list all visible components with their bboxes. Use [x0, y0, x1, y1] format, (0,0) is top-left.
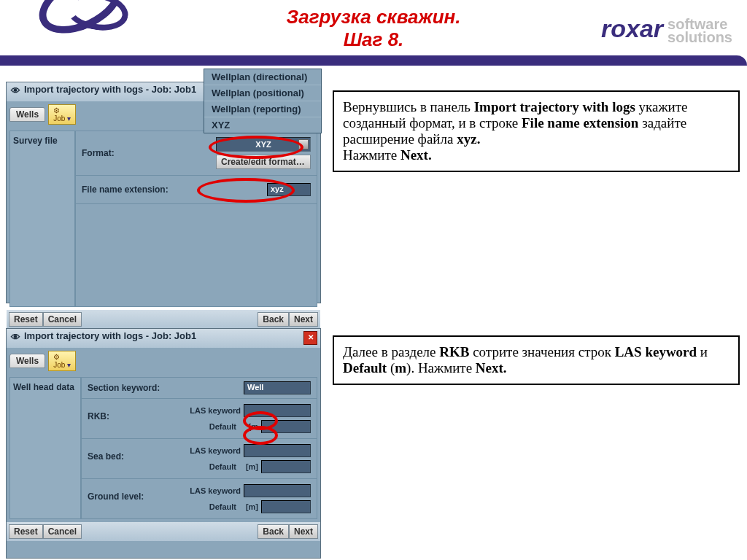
job-button[interactable]: ⚙Job	[48, 351, 76, 371]
cancel-button[interactable]: Cancel	[43, 524, 82, 539]
popup-item[interactable]: Wellplan (reporting)	[204, 101, 321, 117]
next-button[interactable]: Next	[289, 312, 318, 327]
seabed-label: Sea bed:	[88, 443, 124, 462]
create-edit-format-button[interactable]: Create/edit format…	[216, 155, 311, 169]
annotation-2: Далее в разделе RKB сотрите значения стр…	[333, 335, 740, 385]
tab-wells[interactable]: Wells	[9, 107, 45, 122]
next-button[interactable]: Next	[289, 524, 318, 539]
ground-label: Ground level:	[88, 483, 144, 502]
popup-item[interactable]: XYZ	[204, 117, 321, 133]
decorative-swirl	[36, 0, 182, 66]
format-select[interactable]: XYZ	[216, 137, 311, 152]
reset-button[interactable]: Reset	[9, 524, 43, 539]
app-icon: 👁	[11, 332, 21, 342]
ext-input[interactable]: xyz	[267, 183, 311, 196]
rkb-def-input[interactable]	[261, 420, 311, 433]
section-kw-input[interactable]: Well	[244, 381, 311, 394]
back-button[interactable]: Back	[258, 312, 289, 327]
close-icon[interactable]: ✕	[303, 331, 317, 345]
reset-button[interactable]: Reset	[9, 312, 43, 327]
seabed-def-input[interactable]	[261, 460, 311, 473]
tab-wells[interactable]: Wells	[9, 354, 45, 368]
section-kw-label: Section keyword:	[88, 383, 175, 393]
chevron-down-icon	[298, 139, 309, 149]
back-button[interactable]: Back	[258, 524, 289, 539]
roxar-logo: roxarsoftwaresolutions	[601, 15, 732, 44]
ground-def-input[interactable]	[261, 500, 311, 513]
gear-icon: ⚙	[53, 106, 60, 114]
window-footer: Reset Cancel Back Next	[7, 310, 320, 329]
rkb-label: RKB:	[88, 402, 109, 421]
titlebar: 👁Import trajectory with logs - Job: Job1…	[7, 329, 320, 348]
cancel-button[interactable]: Cancel	[43, 312, 82, 327]
popup-item[interactable]: Wellplan (directional)	[204, 69, 321, 85]
side-label: Well head data	[9, 377, 81, 519]
format-popup: Wellplan (directional) Wellplan (positio…	[204, 69, 322, 133]
ext-label: File name extension:	[82, 184, 198, 195]
seabed-las-input[interactable]	[244, 444, 311, 457]
window-footer: Reset Cancel Back Next	[7, 522, 320, 541]
app-icon: 👁	[11, 85, 21, 96]
popup-item[interactable]: Wellplan (positional)	[204, 85, 321, 101]
rkb-las-input[interactable]	[244, 404, 311, 417]
annotation-1: Вернувшись в панель Import trajectory wi…	[333, 90, 740, 172]
side-label: Survey file	[9, 131, 75, 307]
window-well-head: 👁Import trajectory with logs - Job: Job1…	[6, 328, 321, 559]
job-button[interactable]: ⚙Job	[48, 104, 76, 125]
format-label: Format:	[82, 148, 169, 158]
ground-las-input[interactable]	[244, 484, 311, 497]
gear-icon: ⚙	[53, 353, 60, 361]
